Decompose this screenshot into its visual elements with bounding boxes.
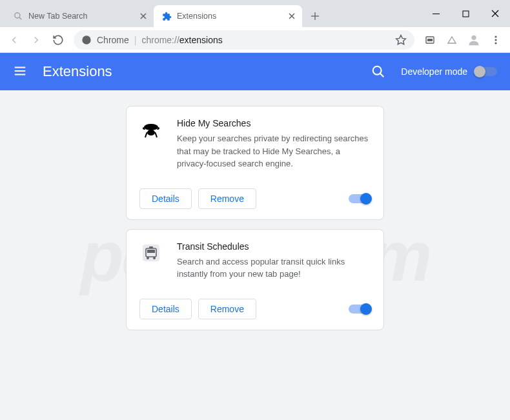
profile-avatar-icon[interactable]	[464, 30, 484, 50]
remove-button[interactable]: Remove	[198, 299, 256, 319]
svg-point-18	[495, 39, 496, 41]
hamburger-menu-icon[interactable]	[13, 64, 28, 79]
remove-button[interactable]: Remove	[198, 188, 256, 209]
details-button[interactable]: Details	[139, 188, 192, 209]
extension-icon-1[interactable]	[420, 30, 440, 50]
address-bar[interactable]: Chrome | chrome://extensions	[74, 30, 414, 50]
developer-mode-label: Developer mode	[401, 66, 467, 77]
browser-tab-active[interactable]: Extensions	[154, 5, 302, 27]
page-title: Extensions	[43, 63, 371, 80]
svg-marker-13	[396, 35, 406, 44]
svg-point-23	[373, 66, 382, 75]
browser-titlebar: New Tab Search Extensions	[0, 0, 510, 27]
address-toolbar: Chrome | chrome://extensions	[0, 27, 510, 53]
svg-point-0	[15, 13, 20, 18]
maximize-button[interactable]	[451, 0, 480, 27]
svg-line-1	[19, 17, 21, 19]
tab-title: New Tab Search	[28, 12, 138, 21]
close-icon[interactable]	[138, 11, 148, 21]
svg-point-31	[153, 257, 156, 259]
svg-rect-32	[149, 246, 153, 248]
svg-point-16	[471, 35, 476, 39]
tab-title: Extensions	[177, 12, 287, 21]
bookmark-star-icon[interactable]	[395, 34, 407, 46]
menu-icon[interactable]	[485, 30, 506, 50]
svg-point-26	[147, 130, 155, 135]
minimize-button[interactable]	[421, 0, 451, 27]
svg-rect-9	[463, 11, 469, 17]
extension-description: Keep your searches private by redirectin…	[177, 132, 371, 170]
extension-card: Transit Schedules Search and access popu…	[126, 229, 384, 330]
svg-point-25	[144, 124, 158, 130]
enable-toggle[interactable]	[349, 305, 371, 314]
browser-tab[interactable]: New Tab Search	[5, 5, 154, 27]
url-browser-label: Chrome	[97, 35, 129, 45]
svg-rect-29	[147, 250, 155, 253]
extension-logo-icon	[139, 118, 163, 141]
svg-line-24	[380, 74, 383, 77]
search-icon	[13, 11, 23, 21]
extensions-content: pcrisk.com Hide My Searches Keep your se…	[0, 90, 510, 420]
extension-logo-icon	[139, 241, 163, 265]
puzzle-icon	[161, 11, 172, 21]
svg-point-12	[82, 35, 90, 44]
extension-icon-2[interactable]	[442, 30, 462, 50]
separator: |	[134, 35, 137, 45]
svg-point-19	[495, 42, 496, 44]
window-controls	[421, 0, 510, 27]
search-icon[interactable]	[371, 65, 385, 79]
forward-button[interactable]	[26, 30, 46, 50]
developer-mode-toggle[interactable]	[475, 67, 497, 76]
chrome-icon	[81, 35, 92, 45]
reload-button[interactable]	[48, 30, 68, 50]
extension-card: Hide My Searches Keep your searches priv…	[126, 106, 384, 220]
details-button[interactable]: Details	[139, 299, 192, 319]
svg-point-30	[147, 257, 149, 259]
extension-name: Transit Schedules	[177, 241, 371, 252]
url-text: chrome://extensions	[141, 35, 222, 45]
new-tab-button[interactable]	[306, 7, 324, 25]
svg-point-17	[495, 35, 496, 37]
close-icon[interactable]	[287, 11, 297, 21]
extension-name: Hide My Searches	[177, 118, 371, 128]
close-window-button[interactable]	[480, 0, 510, 27]
extensions-header: Extensions Developer mode	[0, 53, 510, 90]
back-button[interactable]	[4, 30, 25, 50]
extension-description: Search and access popular transit quick …	[177, 255, 371, 281]
enable-toggle[interactable]	[349, 194, 371, 203]
svg-rect-15	[427, 39, 433, 41]
